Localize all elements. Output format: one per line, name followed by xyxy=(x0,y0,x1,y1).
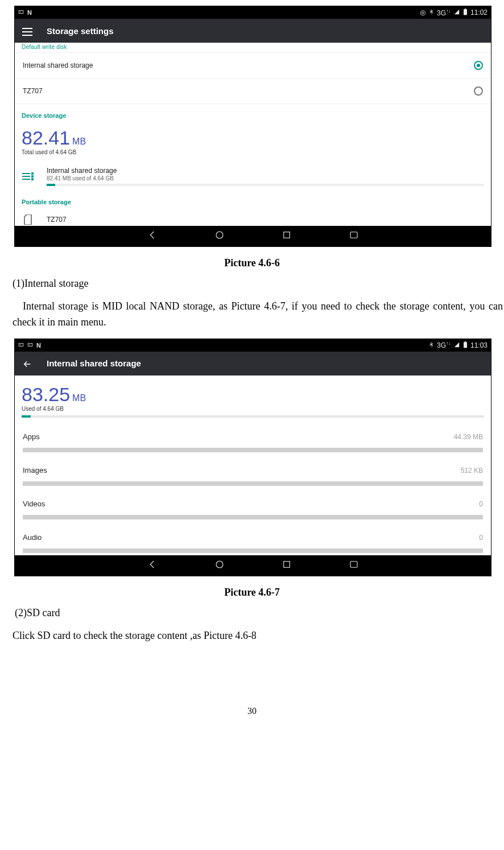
hamburger-icon[interactable] xyxy=(20,26,34,35)
svg-rect-5 xyxy=(31,175,34,178)
status-image-icon xyxy=(27,341,33,349)
category-name: Audio xyxy=(23,533,479,542)
android-status-bar: N ◎ 3G↑↓ 11:02 xyxy=(15,6,491,19)
android-nav-bar xyxy=(15,555,491,576)
status-time: 11:02 xyxy=(470,9,488,16)
internal-storage-item[interactable]: Internal shared storage 82.41 MB used of… xyxy=(15,159,491,191)
svg-rect-8 xyxy=(283,232,290,238)
svg-rect-10 xyxy=(19,343,23,346)
radio-label: TZ707 xyxy=(23,87,474,95)
paragraph-sd-card: Click SD card to check the storage conte… xyxy=(13,628,491,644)
svg-rect-0 xyxy=(19,11,23,14)
status-battery-icon xyxy=(463,9,468,16)
svg-point-16 xyxy=(216,561,223,568)
paragraph-internal-storage: Internal storage is MID local NAND stora… xyxy=(0,299,504,331)
app-bar: Storage settings xyxy=(15,19,491,43)
category-value: 0 xyxy=(479,500,483,508)
svg-rect-4 xyxy=(31,172,34,175)
app-bar-title: Internal shared storage xyxy=(47,358,141,368)
nav-screenshot-icon[interactable] xyxy=(349,559,359,572)
svg-rect-12 xyxy=(28,343,32,346)
usage-unit: MB xyxy=(72,393,86,403)
category-value: 512 KB xyxy=(461,467,483,474)
category-videos[interactable]: Videos 0 xyxy=(15,488,491,522)
status-network-label: 3G↑↓ xyxy=(437,341,451,349)
radio-selected-icon xyxy=(474,61,483,70)
svg-point-7 xyxy=(216,232,223,238)
android-nav-bar xyxy=(15,226,491,246)
usage-unit: MB xyxy=(72,137,86,146)
svg-point-11 xyxy=(20,344,21,345)
nav-back-icon[interactable] xyxy=(147,559,158,572)
app-bar: Internal shared storage xyxy=(15,352,491,376)
section-portable-storage: Portable storage xyxy=(15,191,491,210)
device-storage-usage: 82.41MB Total used of 4.64 GB xyxy=(15,123,491,159)
svg-rect-15 xyxy=(465,341,466,342)
heading-internal-storage: (1)Internal storage xyxy=(13,276,491,292)
svg-point-13 xyxy=(29,344,30,345)
status-n-icon: N xyxy=(36,342,41,349)
status-bluetooth-icon xyxy=(428,9,434,16)
nav-home-icon[interactable] xyxy=(214,230,225,242)
category-audio[interactable]: Audio 0 xyxy=(15,522,491,555)
usage-value: 82.41 xyxy=(22,127,70,148)
internal-storage-sub: 82.41 MB used of 4.64 GB xyxy=(47,175,484,181)
storage-list-icon xyxy=(22,170,34,183)
status-image-icon xyxy=(18,9,24,16)
storage-settings-content: Default write disk Internal shared stora… xyxy=(15,43,491,226)
radio-tz707[interactable]: TZ707 xyxy=(15,79,491,104)
portable-storage-item[interactable]: TZ707 xyxy=(15,210,491,226)
back-icon[interactable] xyxy=(20,358,34,369)
screenshot-4-6-7: N 3G↑↓ 11:03 Internal shared storage 83.… xyxy=(14,339,491,576)
category-name: Apps xyxy=(23,432,454,441)
internal-storage-content: 83.25MB Used of 4.64 GB Apps 44.39 MB Im… xyxy=(15,376,491,555)
category-bar xyxy=(23,481,483,486)
svg-rect-3 xyxy=(465,9,466,9)
caption-4-6-6: Picture 4.6-6 xyxy=(0,257,504,269)
svg-point-1 xyxy=(20,11,21,13)
category-bar xyxy=(23,515,483,519)
android-status-bar: N 3G↑↓ 11:03 xyxy=(15,339,491,352)
svg-rect-17 xyxy=(283,561,290,567)
nav-home-icon[interactable] xyxy=(214,559,225,572)
category-images[interactable]: Images 512 KB xyxy=(15,455,491,488)
status-battery-icon xyxy=(463,341,468,349)
nav-recents-icon[interactable] xyxy=(282,230,292,242)
usage-subtext: Used of 4.64 GB xyxy=(22,406,484,412)
status-bluetooth-icon xyxy=(428,341,434,349)
radio-internal-storage[interactable]: Internal shared storage xyxy=(15,53,491,79)
svg-rect-9 xyxy=(350,232,357,238)
heading-sd-card: (2)SD card xyxy=(15,605,491,621)
internal-storage-bar xyxy=(47,184,484,186)
status-time: 11:03 xyxy=(470,342,488,349)
category-value: 44.39 MB xyxy=(454,433,483,441)
svg-rect-14 xyxy=(464,342,467,348)
status-signal-icon xyxy=(453,9,460,16)
section-default-write-disk: Default write disk xyxy=(15,43,491,53)
status-image-icon xyxy=(18,341,24,349)
portable-item-title: TZ707 xyxy=(47,216,67,224)
category-apps[interactable]: Apps 44.39 MB xyxy=(15,421,491,455)
category-name: Images xyxy=(23,466,461,474)
sd-card-icon xyxy=(22,213,34,226)
nav-back-icon[interactable] xyxy=(147,230,158,242)
usage-progress-bar xyxy=(22,415,484,418)
nav-screenshot-icon[interactable] xyxy=(349,230,359,242)
svg-rect-2 xyxy=(464,9,467,15)
svg-rect-6 xyxy=(31,178,34,180)
category-name: Videos xyxy=(23,500,479,508)
internal-storage-title: Internal shared storage xyxy=(47,167,484,175)
status-cast-icon: ◎ xyxy=(420,9,425,16)
usage-value: 83.25 xyxy=(22,383,70,405)
category-bar xyxy=(23,548,483,553)
category-value: 0 xyxy=(479,534,483,542)
screenshot-4-6-6: N ◎ 3G↑↓ 11:02 Storage settings Default … xyxy=(14,6,491,247)
svg-rect-18 xyxy=(350,561,357,567)
nav-recents-icon[interactable] xyxy=(282,559,292,572)
status-signal-icon xyxy=(453,342,460,349)
radio-label: Internal shared storage xyxy=(23,61,474,69)
internal-usage: 83.25MB Used of 4.64 GB xyxy=(15,376,491,421)
app-bar-title: Storage settings xyxy=(47,26,114,36)
caption-4-6-7: Picture 4.6-7 xyxy=(0,587,504,599)
usage-subtext: Total used of 4.64 GB xyxy=(22,149,484,155)
